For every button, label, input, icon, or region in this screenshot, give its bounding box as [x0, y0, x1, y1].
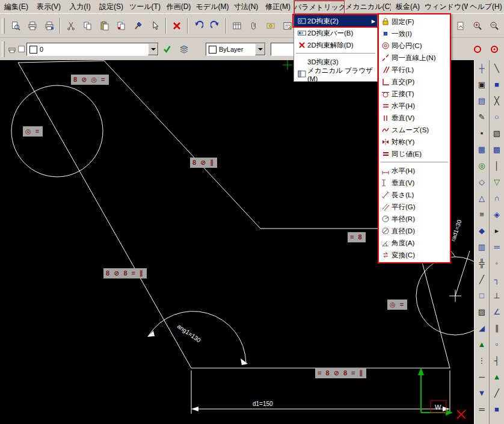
copy-button[interactable] — [79, 17, 96, 34]
arrow-down-tool-icon[interactable]: ▼ — [475, 385, 489, 401]
constraint-badge[interactable]: 8 ⊘ 8 = ∥ — [103, 268, 147, 278]
corner-tool-icon[interactable]: ◢ — [475, 320, 489, 336]
align-tool-icon[interactable]: ≡ — [475, 206, 489, 222]
menu-dimension[interactable]: 寸法(N) — [230, 0, 262, 13]
layer-combo[interactable]: 0 — [26, 43, 159, 56]
submenu-item-dim-aligned[interactable]: 平行(G) — [379, 201, 450, 213]
constraint-badge[interactable]: ◎ = — [23, 126, 43, 137]
submenu-item-horizontal[interactable]: 水平(H) — [379, 100, 450, 112]
menu-draw[interactable]: 作画(D) — [162, 0, 195, 13]
more-tools-icon[interactable]: ⋮ — [475, 352, 489, 368]
submenu-item-smooth[interactable]: スムーズ(S) — [379, 124, 450, 136]
submenu-item-dim-convert[interactable]: 変換(C) — [379, 249, 450, 261]
constraint-badge[interactable]: ◎ = — [387, 300, 407, 310]
angle-tool-icon[interactable]: ∠ — [490, 304, 504, 319]
zoom-in-button[interactable] — [469, 17, 486, 34]
submenu-item-concentric[interactable]: 同心円(C) — [379, 40, 450, 52]
perpendicular-tool-icon[interactable]: ⊥ — [490, 287, 504, 303]
layer-check-button[interactable] — [159, 41, 176, 58]
tee-tool-icon[interactable]: ┤ — [490, 352, 504, 368]
match-properties-button[interactable] — [130, 17, 147, 34]
properties-tool-icon[interactable]: ▣ — [475, 76, 489, 92]
undo-button[interactable] — [190, 17, 207, 34]
filled-square-tool-icon[interactable]: ■ — [490, 401, 504, 417]
mirror-tool-icon[interactable]: △ — [475, 190, 489, 206]
redo-button[interactable] — [207, 17, 224, 34]
menu-input[interactable]: 入力(I) — [65, 0, 95, 13]
menu-settings[interactable]: 設定(S) — [95, 0, 128, 13]
submenu-item-coincident[interactable]: 一致(I) — [379, 28, 450, 40]
constraint-badge[interactable]: = 8 — [348, 232, 366, 242]
linetype-combo[interactable]: ByLayer — [206, 43, 266, 56]
print-button[interactable] — [24, 17, 41, 34]
copy-basepoint-button[interactable] — [113, 17, 130, 34]
red-circle-center-tool-button[interactable] — [486, 41, 503, 58]
menu-model[interactable]: モデル(M) — [195, 0, 230, 13]
parallel-lines-tool-icon[interactable]: ═ — [490, 239, 504, 254]
submenu-item-symmetric[interactable]: 対称(Y) — [379, 136, 450, 148]
menu-edit[interactable]: 編集(E) — [0, 0, 32, 13]
print-preview-button[interactable] — [7, 17, 24, 34]
paste-button[interactable] — [96, 17, 113, 34]
triangle-up-tool-icon[interactable]: ▲ — [490, 369, 504, 384]
submenu-item-dim-horizontal[interactable]: 水平(H) — [379, 165, 450, 177]
view-tool-icon[interactable]: ▥ — [475, 239, 489, 254]
submenu-item-dim-vertical[interactable]: 垂直(V) — [379, 177, 450, 189]
menu-tools[interactable]: ツール(T) — [128, 0, 162, 13]
play-tool-icon[interactable]: ▸ — [490, 223, 504, 238]
arrow-up-tool-icon[interactable]: ▲ — [475, 336, 489, 352]
red-circle-tool-button[interactable] — [469, 41, 486, 58]
vline-tool-icon[interactable]: │ — [490, 158, 504, 173]
small-square-tool-icon[interactable]: ▫ — [490, 336, 504, 352]
menu-item-mechanical-browser[interactable]: メカニカル ブラウザ(M) — [294, 68, 377, 80]
dense-hatch-tool-icon[interactable]: ▩ — [490, 141, 504, 157]
grid-tool-icon[interactable]: ╬ — [475, 255, 489, 271]
solid-tool-icon[interactable]: ■ — [490, 76, 504, 92]
cut-button[interactable] — [63, 17, 79, 34]
rectangle-tool-icon[interactable]: □ — [475, 287, 489, 303]
hatch-tool-icon[interactable]: ▦ — [475, 141, 489, 157]
offset-tool-icon[interactable]: ◇ — [475, 174, 489, 189]
rotate-tool-icon[interactable]: ◎ — [475, 158, 489, 173]
hline-tool-icon[interactable]: ─ — [475, 369, 489, 384]
hatch2-tool-icon[interactable]: ▨ — [475, 304, 489, 319]
pan-tool-icon[interactable]: ┼ — [475, 60, 489, 76]
submenu-item-dim-diameter[interactable]: 直径(D) — [379, 225, 450, 237]
diamond-tool-icon[interactable]: ◈ — [490, 206, 504, 222]
zoom-window-button[interactable] — [452, 17, 469, 34]
hatch-pattern-tool-icon[interactable]: ▧ — [490, 125, 504, 141]
constraint-badge[interactable]: 8 ⊘ ◎ = — [71, 75, 109, 85]
diagonal-tool-icon[interactable]: ╲ — [490, 60, 504, 76]
menu-sheetmetal[interactable]: 板金(A) — [391, 0, 425, 13]
constraint-badge[interactable]: 8 ⊘ ∥ — [190, 158, 217, 168]
edit-tool-icon[interactable]: ✎ — [475, 109, 489, 124]
attach-button[interactable] — [245, 17, 262, 34]
submenu-item-dim-angle[interactable]: 角度(A) — [379, 237, 450, 249]
double-line-tool-icon[interactable]: ═ — [475, 401, 489, 417]
layer-state-icon[interactable] — [17, 45, 26, 54]
table-button[interactable] — [229, 17, 245, 34]
layers-manager-button[interactable] — [176, 41, 192, 58]
dot-tool-icon[interactable]: ◦ — [490, 255, 504, 271]
menu-help[interactable]: ヘルプ(H) — [468, 0, 504, 13]
toolbar-grip[interactable] — [2, 18, 5, 34]
calculator-button[interactable] — [262, 17, 279, 34]
parallel-tool-icon[interactable]: ∥ — [490, 320, 504, 336]
slash-tool-icon[interactable]: ╱ — [490, 385, 504, 401]
erase-button[interactable] — [168, 17, 185, 34]
list-tool-icon[interactable]: ▤ — [475, 93, 489, 108]
point-tool-icon[interactable]: ▪ — [475, 125, 489, 141]
menu-window[interactable]: ウィンドウ(W) — [425, 0, 468, 13]
arc-tool-icon[interactable]: ∩ — [490, 190, 504, 206]
submenu-item-collinear[interactable]: 同一直線上(N) — [379, 52, 450, 64]
linetype-combo-dropdown-button[interactable] — [255, 43, 265, 55]
plot-settings-button[interactable] — [41, 17, 58, 34]
submenu-item-equal[interactable]: 同じ値(E) — [379, 148, 450, 160]
menu-item-2d-constraint-bar[interactable]: 2D拘束バー(B) — [294, 27, 377, 39]
submenu-item-dim-radius[interactable]: 半径(R) — [379, 213, 450, 225]
toolbar-grip[interactable] — [2, 41, 5, 57]
menu-item-2d-constraint-remove[interactable]: 2D拘束解除(D) — [294, 39, 377, 51]
line-tool-icon[interactable]: ╱ — [475, 271, 489, 287]
submenu-item-vertical[interactable]: 垂直(V) — [379, 112, 450, 124]
triangle-down-tool-icon[interactable]: ▽ — [490, 174, 504, 189]
